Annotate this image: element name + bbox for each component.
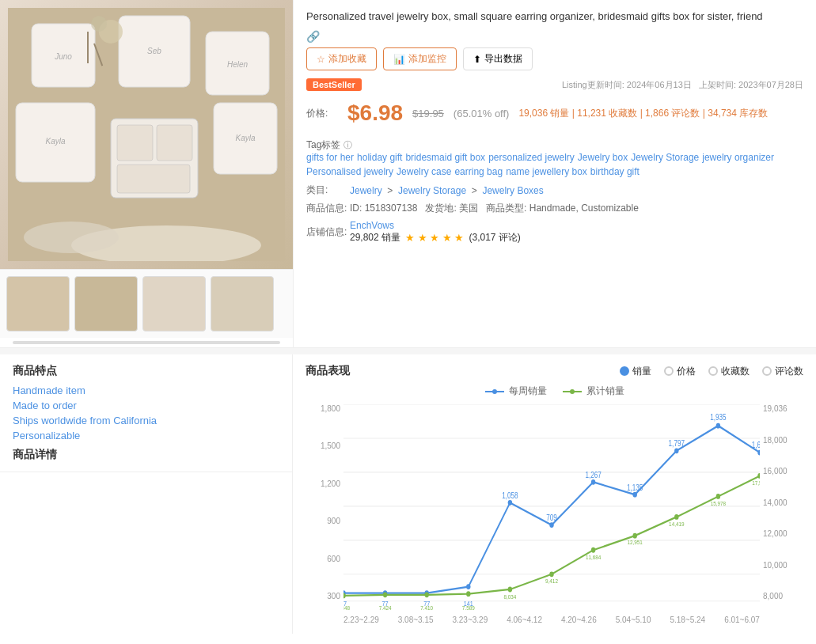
feature-item: Personalizable: [13, 430, 279, 441]
shop-sales: 29,802 销量: [350, 231, 400, 244]
y-axis-right: 19,036 18,000 16,000 14,000 12,000 10,00…: [760, 404, 803, 600]
star-icon: ☆: [317, 54, 325, 65]
tag-item[interactable]: Jewelry case: [397, 166, 451, 177]
radio-label-评论数: 评论数: [775, 365, 803, 378]
add-favorite-button[interactable]: ☆ 添加收藏: [306, 47, 377, 70]
chart-radio-价格[interactable]: 价格: [664, 365, 696, 378]
svg-point-62: [674, 514, 678, 520]
radio-label-销量: 销量: [632, 365, 651, 378]
thumbnail-strip: [0, 269, 293, 338]
features-section: 商品特点 Handmade itemMade to orderShips wor…: [0, 354, 292, 472]
scrollbar[interactable]: [13, 341, 280, 344]
svg-text:Helen: Helen: [227, 60, 249, 69]
tags-container: gifts for herholiday giftbridesmaid gift…: [306, 152, 803, 177]
discount: (65.01% off): [454, 108, 510, 119]
svg-text:1,267: 1,267: [585, 471, 601, 479]
svg-text:7,589: 7,589: [462, 604, 475, 610]
tag-item[interactable]: personalized jewelry: [488, 152, 575, 163]
shop-stars: ★ ★ ★ ★ ★: [405, 232, 464, 244]
shop-info-content: EnchVows 29,802 销量 ★ ★ ★ ★ ★ (3,017 评论): [350, 220, 521, 244]
action-buttons: ☆ 添加收藏 📊 添加监控 ⬆ 导出数据: [306, 47, 803, 70]
current-price: $6.98: [347, 100, 403, 126]
svg-text:8,034: 8,034: [503, 594, 516, 601]
svg-text:7,410: 7,410: [420, 604, 433, 610]
tag-item[interactable]: gifts for her: [306, 152, 354, 163]
svg-point-37: [549, 522, 553, 528]
svg-point-22: [492, 389, 497, 394]
export-data-button[interactable]: ⬆ 导出数据: [463, 47, 533, 70]
chart-title: 商品表现: [306, 364, 350, 378]
category-row: 类目: Jewelry > Jewelry Storage > Jewelry …: [306, 184, 803, 197]
thumbnail-2[interactable]: [74, 276, 138, 331]
legend-cumulative-line-icon: [563, 388, 582, 396]
shop-name-link[interactable]: EnchVows: [350, 220, 394, 231]
y-axis-left: 1,800 1,500 1,200 900 600 300: [306, 404, 343, 600]
svg-point-24: [570, 389, 575, 394]
lower-section: 商品特点 Handmade itemMade to orderShips wor…: [0, 354, 816, 634]
shop-rating: (3,017 评论): [469, 231, 521, 244]
thumbnail-1[interactable]: [6, 276, 70, 331]
category-label: 类目:: [306, 184, 350, 197]
feature-item: Ships worldwide from California: [13, 415, 279, 426]
add-monitor-button[interactable]: 📊 添加监控: [383, 47, 457, 70]
original-price: $19.95: [412, 108, 444, 119]
section-divider-1: [0, 348, 816, 354]
svg-point-35: [466, 584, 470, 589]
shop-info-label: 店铺信息:: [306, 225, 350, 239]
svg-text:Juno: Juno: [54, 52, 72, 61]
feature-item: Made to order: [13, 400, 279, 411]
svg-text:1,135: 1,135: [627, 483, 643, 492]
chart-header: 商品表现 销量价格收藏数评论数: [306, 364, 803, 378]
tag-item[interactable]: jewelry organizer: [702, 152, 774, 163]
svg-text:12,951: 12,951: [628, 540, 643, 547]
chart-radio-销量[interactable]: 销量: [620, 365, 651, 378]
features-panel: 商品特点 Handmade itemMade to orderShips wor…: [0, 354, 293, 634]
tag-help-icon: ⓘ: [343, 140, 352, 150]
tag-item[interactable]: bridesmaid gift box: [405, 152, 485, 163]
svg-text:11,684: 11,684: [586, 554, 601, 561]
svg-text:7,424: 7,424: [379, 604, 392, 610]
chart-radio-group: 销量价格收藏数评论数: [620, 365, 803, 378]
tag-item[interactable]: Jewelry box: [578, 152, 628, 163]
svg-rect-17: [87, 32, 89, 63]
svg-text:14,419: 14,419: [669, 521, 684, 528]
tag-item[interactable]: Jewelry Storage: [631, 152, 699, 163]
radio-dot-评论数: [762, 366, 772, 376]
category-breadcrumb: Jewelry > Jewelry Storage > Jewelry Boxe…: [350, 185, 544, 196]
chart-section: 商品表现 销量价格收藏数评论数 每周销量: [293, 354, 816, 634]
product-info-row: 商品信息: ID: 1518307138 发货地: 美国 商品类型: Handm…: [306, 202, 803, 215]
thumbnail-4[interactable]: [211, 276, 274, 331]
monitor-icon: 📊: [393, 54, 405, 65]
product-info-label: 商品信息:: [306, 202, 350, 215]
product-title: Personalized travel jewelry box, small s…: [306, 9, 803, 24]
radio-label-收藏数: 收藏数: [721, 365, 750, 378]
svg-text:7,348: 7,348: [343, 604, 350, 610]
top-section: Juno Seb Helen Kayla Kayla: [0, 0, 816, 348]
thumbnail-3[interactable]: [142, 276, 206, 331]
svg-text:Seb: Seb: [147, 47, 161, 55]
tag-item[interactable]: Personalised jewelry: [306, 166, 393, 177]
svg-point-39: [632, 492, 636, 498]
svg-text:15,978: 15,978: [711, 500, 726, 507]
svg-rect-11: [157, 125, 192, 161]
svg-text:1,797: 1,797: [669, 439, 685, 448]
chart-radio-评论数[interactable]: 评论数: [762, 365, 803, 378]
tag-item[interactable]: earring bag: [454, 166, 503, 177]
feature-item: Handmade item: [13, 385, 279, 396]
svg-point-36: [508, 500, 512, 506]
features-title: 商品特点: [13, 364, 279, 378]
export-icon: ⬆: [473, 54, 481, 65]
svg-point-55: [383, 592, 387, 597]
tag-item[interactable]: birthday gift: [590, 166, 640, 177]
tag-item[interactable]: holiday gift: [357, 152, 402, 163]
chart-legend: 每周销量 累计销量: [306, 385, 803, 398]
shop-info-row: 店铺信息: EnchVows 29,802 销量 ★ ★ ★ ★ ★ (3,01…: [306, 220, 803, 244]
svg-point-56: [424, 592, 428, 597]
chart-panel: 商品表现 销量价格收藏数评论数 每周销量: [293, 354, 816, 634]
details-title: 商品详情: [13, 448, 279, 462]
link-icon[interactable]: 🔗: [306, 30, 320, 43]
svg-text:709: 709: [546, 513, 557, 522]
chart-radio-收藏数[interactable]: 收藏数: [708, 365, 750, 378]
tag-item[interactable]: name jewellery box: [506, 166, 587, 177]
tag-label: Tag标签 ⓘ: [306, 137, 352, 152]
